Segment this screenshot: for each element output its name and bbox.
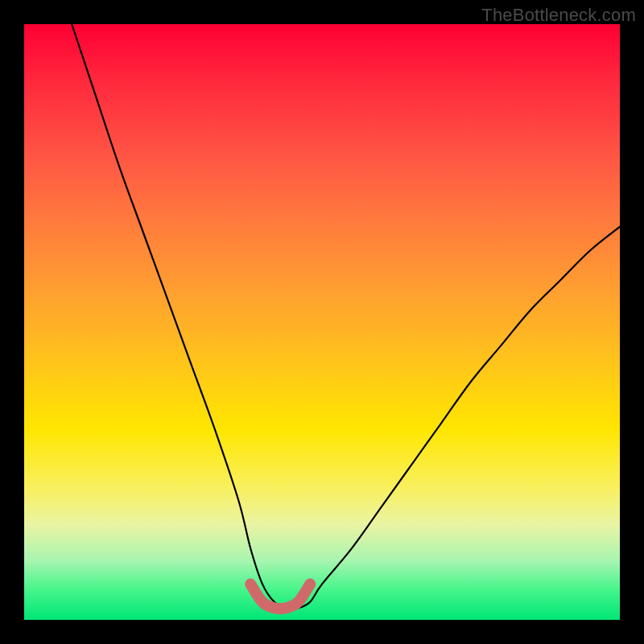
bottleneck-curve xyxy=(72,24,620,609)
chart-container: TheBottleneck.com xyxy=(0,0,644,644)
plot-area xyxy=(24,24,620,620)
curve-layer xyxy=(72,24,620,609)
optimal-highlight xyxy=(250,584,310,609)
watermark-label: TheBottleneck.com xyxy=(481,5,636,26)
chart-svg xyxy=(24,24,620,620)
